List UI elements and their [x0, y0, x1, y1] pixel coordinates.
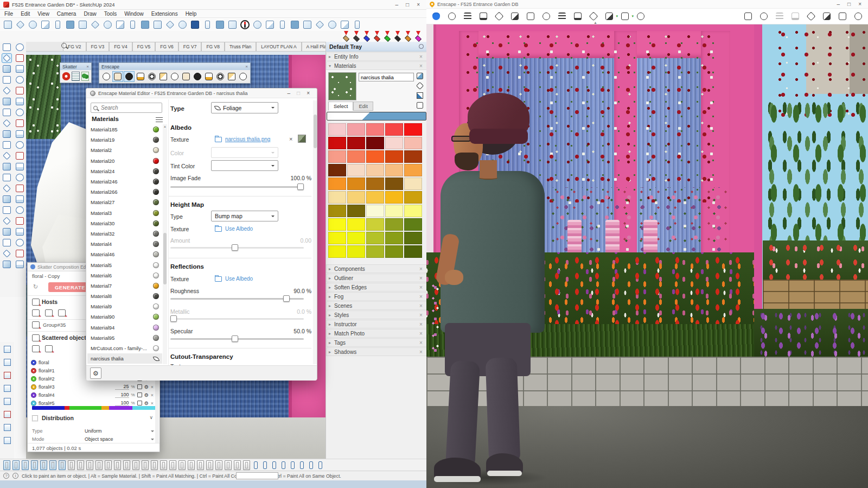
copy-level-5-icon[interactable]	[302, 19, 313, 30]
maximize-button[interactable]: □	[406, 2, 409, 8]
add-host-surface-icon[interactable]	[32, 309, 40, 316]
rotate-icon[interactable]	[2, 141, 11, 149]
add-person-icon[interactable]	[189, 19, 201, 30]
color-swatch[interactable]	[347, 232, 365, 244]
tab-select[interactable]: Select	[328, 102, 353, 111]
gear-icon[interactable]: ⚙	[144, 392, 149, 398]
info-icon[interactable]	[215, 72, 225, 81]
select-icon[interactable]	[2, 43, 11, 52]
generate-button[interactable]: GENERATE	[48, 282, 92, 292]
axis-pin-icon[interactable]	[342, 31, 350, 41]
remove-icon[interactable]: ×	[151, 392, 154, 398]
material-editor-titlebar[interactable]: Enscape Material Editor - F525 Entrance …	[86, 88, 317, 98]
paint-bucket-icon[interactable]	[2, 54, 11, 62]
refresh-scene-icon[interactable]	[327, 19, 338, 30]
material-row[interactable]: Material5	[87, 259, 162, 270]
close-icon[interactable]: ×	[86, 64, 89, 69]
gear-badge-icon[interactable]	[193, 72, 202, 81]
color-swatch[interactable]	[366, 137, 384, 149]
list-scrollbar[interactable]: ▴	[163, 124, 167, 364]
layer-page-8-icon[interactable]	[3, 436, 11, 445]
panel-tags[interactable]: ▸Tags×	[326, 338, 427, 347]
axis-pin-icon[interactable]	[362, 31, 371, 41]
color-swatch[interactable]	[404, 137, 422, 149]
sync-views-icon[interactable]	[113, 72, 123, 81]
window-11-icon[interactable]	[142, 460, 149, 470]
color-swatch[interactable]	[404, 191, 422, 204]
close-icon[interactable]: ×	[418, 284, 424, 290]
preset-name[interactable]: floral - Copy	[32, 273, 60, 279]
style-xray-icon[interactable]	[164, 19, 176, 30]
window-12-icon[interactable]	[151, 460, 158, 470]
cart-icon[interactable]	[227, 72, 237, 81]
panel-entity-info[interactable]: ▸ Entity Info ×	[326, 52, 427, 61]
panel-scenes[interactable]: ▸Scenes×	[326, 301, 427, 310]
zoom-window-icon[interactable]	[2, 217, 11, 225]
freehand-icon[interactable]	[15, 75, 24, 84]
tab-edit[interactable]: Edit	[353, 102, 373, 111]
window-5-icon[interactable]	[86, 460, 93, 470]
zoom-icon[interactable]	[2, 249, 11, 258]
color-swatch[interactable]	[385, 191, 403, 204]
door-5-icon[interactable]	[40, 460, 47, 470]
render-image-icon[interactable]	[557, 11, 567, 22]
close-icon[interactable]: ×	[418, 303, 424, 309]
color-swatch[interactable]	[404, 150, 422, 163]
minimize-button[interactable]: –	[288, 90, 291, 96]
color-swatch[interactable]	[366, 218, 384, 231]
open-icon[interactable]	[15, 19, 26, 30]
layer-page-5-icon[interactable]	[3, 397, 11, 405]
video-editor-icon[interactable]	[478, 11, 489, 22]
regenerate-icon[interactable]: ↻	[33, 283, 38, 290]
line-icon[interactable]	[2, 75, 11, 84]
start-enscape-icon[interactable]	[431, 11, 442, 22]
distribution-mode-select[interactable]: Object space	[85, 436, 113, 442]
skatter-toolbar-titlebar[interactable]: Skatter ×	[60, 63, 91, 70]
safe-frame-icon[interactable]	[758, 11, 769, 22]
color-swatch[interactable]	[328, 164, 346, 176]
scene-tab-fg-v5[interactable]: FG V5	[132, 42, 156, 51]
color-swatch[interactable]	[328, 232, 346, 244]
reflections-use-albedo-link[interactable]: Use Albedo	[225, 276, 253, 282]
add-component-icon[interactable]	[32, 345, 40, 352]
material-row[interactable]: Material3	[87, 208, 162, 218]
color-swatch[interactable]	[328, 137, 346, 149]
material-row[interactable]: Material32	[87, 229, 162, 239]
lasso-icon[interactable]	[15, 43, 24, 52]
next-view-icon[interactable]	[15, 260, 24, 269]
layer-page-4-icon[interactable]	[3, 384, 11, 392]
layer-page-6-icon[interactable]	[3, 410, 11, 419]
color-swatch[interactable]	[385, 164, 403, 176]
follow-me-icon[interactable]	[15, 141, 24, 149]
north-compass-icon[interactable]	[239, 19, 251, 30]
scene-tab-truss-plan[interactable]: Truss Plan	[225, 42, 256, 51]
performance-icon[interactable]	[635, 11, 646, 22]
density-value[interactable]: 100	[115, 400, 129, 406]
look-around-icon[interactable]	[2, 227, 11, 236]
distribution-header[interactable]: Distribution	[42, 415, 74, 421]
add-group-icon[interactable]	[45, 345, 53, 352]
color-swatch[interactable]	[347, 137, 365, 149]
zoom-extents-icon[interactable]	[15, 249, 24, 258]
material-row[interactable]: Material246	[87, 176, 162, 187]
color-swatch[interactable]	[328, 123, 346, 136]
panel-materials[interactable]: ▾ Materials ×	[326, 61, 427, 70]
layer-page-3-icon[interactable]	[3, 371, 11, 379]
material-row[interactable]: Material30	[87, 218, 162, 229]
walk-icon[interactable]	[15, 227, 24, 236]
color-swatch[interactable]	[385, 150, 403, 163]
window-4-icon[interactable]	[77, 460, 84, 470]
color-swatch[interactable]	[404, 178, 422, 190]
window-1-icon[interactable]	[49, 460, 56, 470]
type-dropdown[interactable]: Foliage	[211, 102, 278, 113]
save-copy-icon[interactable]	[40, 19, 51, 30]
scene-tab-fg-v8[interactable]: FG V8	[201, 42, 225, 51]
material-row[interactable]: Material7	[87, 281, 162, 291]
expand-icon[interactable]	[137, 392, 142, 397]
material-row[interactable]: Material90	[87, 312, 162, 322]
color-swatch[interactable]	[404, 164, 422, 176]
density-value[interactable]: 25	[115, 384, 129, 390]
material-sample-icon[interactable]	[2, 65, 11, 73]
door-2-icon[interactable]	[12, 460, 20, 470]
cloud-upload-icon[interactable]	[181, 72, 191, 81]
